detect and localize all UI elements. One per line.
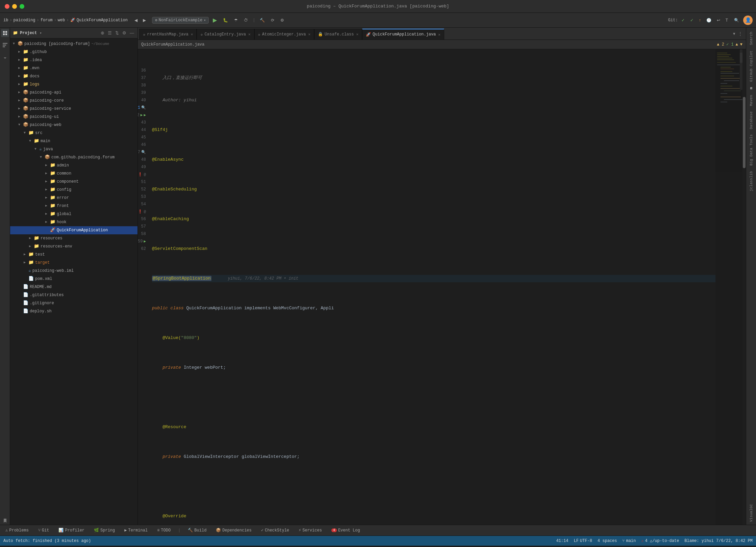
tree-front[interactable]: ▶ 📁 front <box>10 202 137 210</box>
sidebar-icon-pull[interactable] <box>1 53 9 61</box>
panel-collapse-btn[interactable]: ☰ <box>107 30 112 36</box>
tree-component[interactable]: ▶ 📁 component <box>10 178 137 186</box>
tab-currenthashmap[interactable]: ☕ rrentHashMap.java ✕ <box>139 29 197 40</box>
bottom-tab-git[interactable]: ⑂ Git <box>36 527 51 534</box>
bc-nav-down[interactable]: ▼ <box>740 42 742 47</box>
sidebar-icon-bookmarks[interactable] <box>1 517 9 525</box>
scrollbar-thumb[interactable] <box>743 97 746 168</box>
status-indent[interactable]: 4 spaces <box>598 539 617 543</box>
debug-button[interactable]: 🐛 <box>221 17 230 24</box>
minimize-button[interactable] <box>12 4 17 9</box>
bc-forum[interactable]: forum <box>41 18 53 23</box>
toolbar-arrow-right[interactable]: ▶ <box>141 17 148 24</box>
tab-list-btn[interactable]: ▾ <box>732 30 736 37</box>
panel-visualgc[interactable]: VisualGC <box>747 501 755 525</box>
toolbar-build[interactable]: 🔨 <box>258 17 267 24</box>
panel-bigdata[interactable]: Big Data Tools <box>747 132 755 168</box>
tree-root[interactable]: ▼ 📦 paicoding [paicoding-forum] ~/Docume <box>10 40 137 48</box>
bottom-tab-services[interactable]: ⚡ Services <box>297 526 324 534</box>
git-undo-button[interactable]: ↩ <box>715 17 722 24</box>
tree-admin[interactable]: ▶ 📁 admin <box>10 161 137 170</box>
git-translate-button[interactable]: T <box>724 17 730 24</box>
run-button[interactable]: ▶ <box>211 16 219 24</box>
code-editor[interactable]: 36 37 38 39 40 41🔍 42▶▶ 43 44 45 46 47🔍 … <box>138 49 746 525</box>
status-warnings[interactable]: ⚠ 4 △/up-to-date <box>641 538 679 543</box>
git-push-button[interactable]: ↑ <box>697 17 703 24</box>
bottom-tab-spring[interactable]: 🌿 Spring <box>92 526 117 534</box>
bottom-tab-problems[interactable]: ⚠ Problems <box>3 526 31 534</box>
panel-github-copilot[interactable]: GitHub Copilot <box>747 48 755 84</box>
search-button[interactable]: 🔍 <box>732 17 741 24</box>
warning-indicator[interactable]: ▲ 2 ✓ 1 ▲ ▼ <box>717 42 742 47</box>
tab-quickforum[interactable]: 🚀 QuickForumApplication.java ✕ <box>362 29 444 40</box>
user-avatar[interactable]: 👤 <box>743 16 753 25</box>
tree-idea[interactable]: ▶ 📁 .idea <box>10 56 137 64</box>
tree-iml[interactable]: ▶ ☕ paicoding-web.iml <box>10 267 137 275</box>
panel-search[interactable]: Search <box>747 29 755 48</box>
sidebar-icon-project[interactable] <box>1 29 9 37</box>
tree-hook[interactable]: ▶ 📁 hook <box>10 218 137 226</box>
tree-docs[interactable]: ▶ 📁 docs <box>10 72 137 80</box>
tree-java[interactable]: ▼ ☕ java <box>10 145 137 153</box>
status-encoding[interactable]: LF UTF-8 <box>574 539 592 543</box>
panel-settings-btn[interactable]: ⚙ <box>122 30 127 36</box>
bc-file[interactable]: QuickForumApplication <box>77 18 128 23</box>
tree-test[interactable]: ▶ 📁 test <box>10 251 137 259</box>
panel-locate-btn[interactable]: ⊕ <box>100 30 105 36</box>
panel-hide-btn[interactable]: — <box>129 30 135 36</box>
tree-main[interactable]: ▼ 📁 main <box>10 137 137 145</box>
tab-close-currenthashmap[interactable]: ✕ <box>191 32 193 36</box>
git-merge-button[interactable]: ✓ <box>688 17 696 24</box>
tree-paicoding-web[interactable]: ▼ 📦 paicoding-web <box>10 121 137 129</box>
maximize-button[interactable] <box>20 4 24 9</box>
run-config-dropdown[interactable]: ▾ <box>204 18 206 22</box>
tab-atomicinteger[interactable]: ☕ AtomicInteger.java ✕ <box>254 29 314 40</box>
profile-button[interactable]: ⏱ <box>242 17 250 24</box>
tree-logs[interactable]: ▶ 📁 logs <box>10 80 137 88</box>
run-config-selector[interactable]: ⚙ NonFairLockExample ▾ <box>152 17 209 24</box>
tree-target[interactable]: ▶ 📁 target <box>10 259 137 267</box>
tree-deploy[interactable]: ▶ 📄 deploy.sh <box>10 307 137 315</box>
tab-close-quickforum[interactable]: ✕ <box>438 32 440 37</box>
tree-paicoding-api[interactable]: ▶ 📦 paicoding-api <box>10 88 137 97</box>
status-autofetch[interactable]: Auto fetch: finished (3 minutes ago) <box>3 539 91 543</box>
coverage-button[interactable]: ☂ <box>232 17 240 24</box>
close-button[interactable] <box>5 4 9 9</box>
tree-config[interactable]: ▶ 📁 config <box>10 186 137 194</box>
bc-paicoding[interactable]: paicoding <box>14 18 35 23</box>
panel-database[interactable]: Database <box>747 109 755 132</box>
tree-global[interactable]: ▶ 📁 global <box>10 210 137 218</box>
bottom-tab-todo[interactable]: ≡ TODO <box>155 527 173 534</box>
bottom-tab-eventlog[interactable]: 4 Event Log <box>329 527 362 534</box>
tab-catalogentry[interactable]: ☕ CatalogEntry.java ✕ <box>197 29 254 40</box>
tree-readme[interactable]: ▶ 📄 README.md <box>10 283 137 291</box>
tree-common[interactable]: ▶ 📁 common <box>10 170 137 178</box>
editor-scrollbar[interactable] <box>742 49 746 525</box>
bottom-tab-profiler[interactable]: 📊 Profiler <box>56 526 86 534</box>
panel-jclasslib[interactable]: jclasslib <box>747 168 755 194</box>
sidebar-icon-structure[interactable] <box>1 41 9 49</box>
tab-close-atomicinteger[interactable]: ✕ <box>308 32 310 36</box>
tree-paicoding-service[interactable]: ▶ 📦 paicoding-service <box>10 105 137 113</box>
git-history-button[interactable]: 🕐 <box>704 17 713 24</box>
tab-close-unsafe[interactable]: ✕ <box>356 32 358 36</box>
panel-maven[interactable]: m <box>747 84 755 92</box>
tree-mvn[interactable]: ▶ 📁 .mvn <box>10 64 137 72</box>
tree-resources-env[interactable]: ▶ 📁 resources-env <box>10 242 137 251</box>
panel-maven-label[interactable]: Maven <box>747 92 755 109</box>
toolbar-settings[interactable]: ⚙ <box>278 17 286 24</box>
tree-quickforumapplication[interactable]: ▶ 🚀 QuickForumApplication <box>10 226 137 234</box>
bc-nav-up[interactable]: ▲ <box>736 42 738 47</box>
tree-src[interactable]: ▼ 📁 src <box>10 129 137 137</box>
git-check-button[interactable]: ✓ <box>679 17 687 24</box>
code-content-area[interactable]: 入口，直接运行即可 Author: yihui @Slf4j @EnableAs… <box>148 49 715 525</box>
toolbar-arrow-left[interactable]: ◀ <box>132 17 140 24</box>
status-vcs[interactable]: ⑂ main <box>622 539 636 543</box>
bottom-tab-build[interactable]: 🔨 Build <box>186 526 208 534</box>
tree-package[interactable]: ▼ 📦 com.github.paicoding.forum <box>10 153 137 161</box>
tree-github[interactable]: ▶ 📁 .github <box>10 48 137 56</box>
tree-error[interactable]: ▶ 📁 error <box>10 194 137 202</box>
bottom-tab-terminal[interactable]: ▶ Terminal <box>122 526 150 534</box>
tree-paicoding-core[interactable]: ▶ 📦 paicoding-core <box>10 97 137 105</box>
status-linecol[interactable]: 41:14 <box>556 539 568 543</box>
